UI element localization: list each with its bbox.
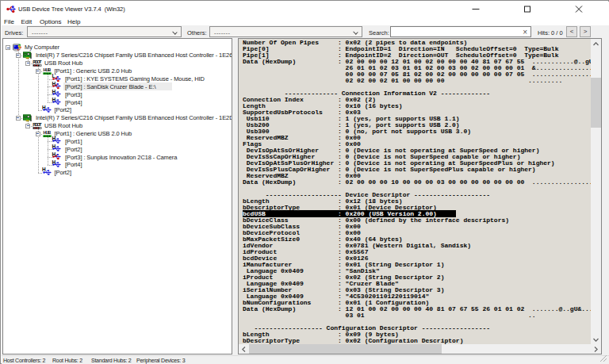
- svg-text:ROOT: ROOT: [33, 59, 42, 64]
- svg-text:HUB: HUB: [43, 130, 51, 135]
- svg-text:ROOT: ROOT: [33, 122, 42, 127]
- svg-text:HUB: HUB: [43, 67, 51, 72]
